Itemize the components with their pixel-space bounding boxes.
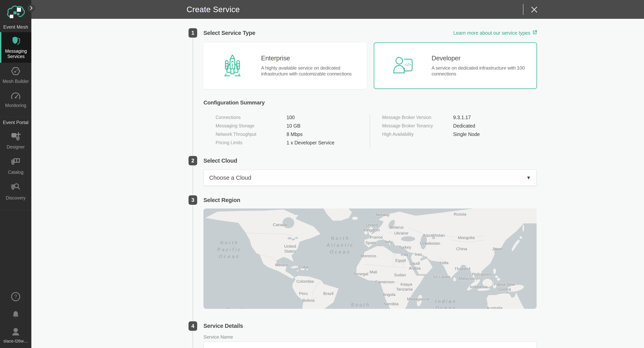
learn-more-link[interactable]: Learn more about our service types	[453, 30, 538, 36]
header-divider	[523, 4, 524, 15]
card-description: A service on dedicated infrastructure wi…	[432, 65, 528, 77]
summary-value: Single Node	[453, 132, 480, 137]
summary-value: 8 Mbps	[286, 132, 302, 137]
close-button[interactable]	[529, 5, 539, 15]
summary-row: Message Broker Tenancy Dedicated	[382, 122, 480, 130]
summary-value: 1 x Developer Service	[286, 140, 334, 146]
map-label: Angola	[382, 292, 395, 297]
bell-icon[interactable]	[11, 310, 20, 320]
sidebar-divider	[0, 210, 31, 210]
external-link-icon	[532, 30, 538, 36]
user-label: slace-l26w…	[3, 338, 28, 344]
map-label: Saudi Arabia	[408, 261, 420, 270]
map-label: Turkey	[399, 245, 411, 250]
map-label: South	[226, 306, 246, 309]
caret-down-icon: ▼	[526, 175, 531, 180]
region-select-map[interactable]: North Pacific OceanNorth Atlantic OceanI…	[204, 208, 536, 309]
map-label: Morocco	[360, 253, 376, 258]
sidebar-item-catalog[interactable]: Catalog	[0, 153, 31, 178]
map-label: Ukraine	[394, 231, 408, 236]
sidebar-expand-button[interactable]	[28, 4, 35, 12]
rocket-icon	[221, 54, 244, 78]
summary-right-column: Message Broker Version 9.3.1.17 Message …	[382, 113, 480, 138]
map-label: Bolivia	[302, 298, 314, 303]
summary-row: Network Throughput 8 Mbps	[216, 130, 334, 138]
map-label: Thailand	[454, 266, 470, 271]
avatar-icon	[11, 328, 20, 337]
map-label: China	[456, 246, 467, 251]
map-label: Tanzania	[396, 286, 412, 291]
sidebar-item-monitoring[interactable]: Monitoring	[0, 88, 31, 112]
sidebar-item-label: Messaging Services	[1, 48, 30, 59]
step-3-badge: 3	[188, 195, 197, 205]
map-label: France	[370, 234, 383, 240]
close-icon	[530, 6, 538, 14]
sidebar-section-event-portal: Event Portal	[0, 117, 31, 128]
user-menu[interactable]: slace-l26w…	[3, 328, 28, 344]
map-label: Russia	[454, 212, 466, 216]
map-label: United Kingdom	[364, 222, 380, 232]
map-label: Mongolia	[458, 235, 475, 240]
card-title: Enterprise	[261, 54, 358, 62]
cloud-select-dropdown[interactable]: Choose a Cloud ▼	[204, 170, 536, 186]
summary-label: Message Broker Version	[382, 115, 453, 120]
map-label: Australia	[487, 305, 503, 309]
sidebar-section-event-mesh: Event Mesh	[0, 22, 31, 32]
map-label: North Atlantic Ocean	[327, 235, 354, 255]
modal-header: Create Service	[0, 0, 644, 19]
developer-card[interactable]: </> Developer A service on dedicated inf…	[374, 42, 537, 89]
map-label: Papua New Guinea	[494, 282, 515, 292]
summary-row: Message Broker Version 9.3.1.17	[382, 113, 480, 122]
create-service-page: Create Service Event Mesh	[0, 0, 644, 348]
map-label: Cuba	[298, 264, 308, 269]
learn-more-label: Learn more about our service types	[453, 30, 530, 36]
map-label: Italy	[384, 239, 392, 244]
solace-cloud-logo[interactable]	[0, 0, 31, 21]
gauge-icon	[10, 92, 21, 100]
sidebar-item-discovery[interactable]: Discovery	[0, 178, 31, 204]
service-name-label: Service Name	[204, 334, 233, 340]
map-label: Madagascar	[407, 296, 430, 301]
sidebar: Event Mesh Messaging Services Mesh Build…	[0, 0, 31, 348]
step-2-title: Select Cloud	[204, 158, 237, 164]
step-1-title: Select Service Type	[204, 30, 255, 36]
map-label: Philippines	[472, 272, 492, 277]
map-label: Kenya	[400, 282, 412, 286]
summary-row: High Availability Single Node	[382, 130, 480, 138]
summary-label: Messaging Storage	[216, 123, 286, 128]
map-label: Senegal	[353, 271, 368, 276]
map-label: Brazil	[323, 291, 334, 296]
sidebar-item-label: Monitoring	[5, 103, 26, 108]
service-type-cards: Enterprise A highly available service on…	[204, 42, 537, 89]
sidebar-item-designer[interactable]: Designer	[0, 128, 31, 153]
summary-value: Dedicated	[453, 123, 475, 129]
sidebar-item-label: Designer	[7, 144, 25, 150]
enterprise-card[interactable]: Enterprise A highly available service on…	[204, 42, 367, 89]
step-3-title: Select Region	[204, 197, 240, 204]
map-label: India	[440, 260, 448, 265]
sidebar-item-label: Mesh Builder	[2, 79, 29, 84]
summary-row: Messaging Storage 10 GB	[216, 122, 334, 130]
summary-value: 9.3.1.17	[453, 115, 471, 120]
summary-row: Pricing Limits 1 x Developer Service	[216, 138, 334, 147]
map-label: Indian Ocean	[435, 298, 457, 309]
help-icon[interactable]: ?	[10, 292, 21, 302]
sidebar-item-messaging-services[interactable]: Messaging Services	[0, 32, 31, 63]
developer-icon: </>	[391, 55, 415, 76]
step-rail	[192, 30, 193, 348]
summary-divider	[370, 115, 370, 148]
step-2-badge: 2	[188, 156, 197, 166]
map-label: Norway	[376, 212, 390, 217]
service-name-input[interactable]	[204, 342, 536, 348]
step-4-badge: 4	[188, 321, 197, 331]
developer-card-text: Developer A service on dedicated infrast…	[432, 54, 528, 77]
map-label: Egypt	[396, 258, 406, 262]
map-label: Sudan	[394, 272, 406, 277]
map-label: Colombia	[296, 279, 314, 284]
map-label: Spain	[366, 240, 376, 245]
designer-icon	[10, 132, 21, 142]
chevron-right-icon	[30, 6, 33, 11]
sidebar-item-mesh-builder[interactable]: Mesh Builder	[0, 63, 31, 88]
summary-value: 100	[286, 115, 295, 120]
svg-text:?: ?	[14, 294, 17, 300]
